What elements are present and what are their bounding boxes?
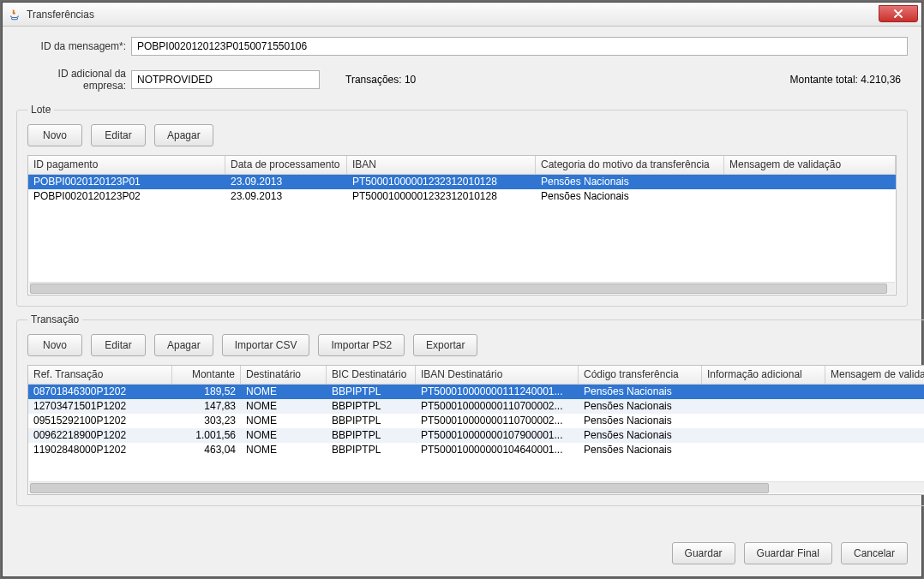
table-cell	[702, 428, 825, 443]
lote-table[interactable]: ID pagamento Data de processamento IBAN …	[27, 155, 897, 295]
lote-apagar-button[interactable]: Apagar	[154, 124, 213, 146]
tx-exportar-button[interactable]: Exportar	[413, 334, 477, 356]
table-cell: PT500010000000107900001...	[416, 428, 579, 443]
table-row[interactable]: 11902848000P1202463,04NOMEBBPIPTPLPT5000…	[28, 443, 924, 457]
transacao-table-head: Ref. Transação Montante Destinatário BIC…	[28, 366, 924, 385]
table-cell	[702, 414, 825, 428]
titlebar: Transferências	[3, 3, 921, 27]
table-cell	[724, 189, 896, 204]
table-cell: 00962218900P1202	[28, 428, 172, 443]
tx-importar-csv-button[interactable]: Importar CSV	[222, 334, 310, 356]
lote-col-categoria[interactable]: Categoria do motivo da transferência	[536, 156, 724, 174]
guardar-final-button[interactable]: Guardar Final	[744, 542, 832, 564]
table-cell: BBPIPTPL	[327, 385, 416, 399]
table-row[interactable]: 08701846300P1202189,52NOMEBBPIPTPLPT5000…	[28, 385, 924, 399]
table-cell: 12703471501P1202	[28, 399, 172, 414]
tx-novo-button[interactable]: Novo	[27, 334, 82, 356]
table-row[interactable]: 00962218900P12021.001,56NOMEBBPIPTPLPT50…	[28, 428, 924, 443]
legend-transacao: Transação	[27, 313, 82, 325]
transacao-table[interactable]: Ref. Transação Montante Destinatário BIC…	[27, 365, 924, 495]
tx-col-montante[interactable]: Montante	[172, 366, 241, 384]
table-cell: NOME	[241, 443, 327, 457]
lote-table-head: ID pagamento Data de processamento IBAN …	[28, 156, 896, 175]
tx-col-iban-dest[interactable]: IBAN Destinatário	[416, 366, 579, 384]
row-id-adicional: ID adicional da empresa: Transações: 10 …	[16, 68, 908, 92]
table-cell: Pensões Nacionais	[536, 189, 724, 204]
input-id-mensagem[interactable]	[131, 37, 908, 56]
lote-hscroll[interactable]	[29, 282, 895, 294]
java-app-icon	[8, 8, 21, 21]
table-cell	[702, 399, 825, 414]
table-cell: POBPI0020120123P01	[28, 175, 225, 189]
table-cell: 08701846300P1202	[28, 385, 172, 399]
transacao-button-row: Novo Editar Apagar Importar CSV Importar…	[27, 334, 924, 356]
tx-col-destinatario[interactable]: Destinatário	[241, 366, 327, 384]
tx-importar-ps2-button[interactable]: Importar PS2	[318, 334, 405, 356]
table-cell: POBPI0020120123P02	[28, 189, 225, 204]
table-cell: BBPIPTPL	[327, 399, 416, 414]
lote-col-id-pagamento[interactable]: ID pagamento	[28, 156, 225, 174]
tx-col-info-adicional[interactable]: Informação adicional	[702, 366, 825, 384]
table-cell: Pensões Nacionais	[536, 175, 724, 189]
dialog-content: ID da mensagem*: ID adicional da empresa…	[3, 27, 921, 576]
table-cell: Pensões Nacionais	[579, 428, 702, 443]
table-cell: PT500010000000110700002...	[416, 399, 579, 414]
table-cell	[825, 443, 924, 457]
tx-col-ref[interactable]: Ref. Transação	[28, 366, 172, 384]
footer-buttons: Guardar Guardar Final Cancelar	[16, 537, 908, 564]
table-cell: 1.001,56	[172, 428, 241, 443]
table-cell: NOME	[241, 414, 327, 428]
label-id-mensagem: ID da mensagem*:	[16, 40, 126, 52]
table-cell: PT500010000000104640001...	[416, 443, 579, 457]
table-cell	[825, 399, 924, 414]
table-row[interactable]: 12703471501P1202147,83NOMEBBPIPTPLPT5000…	[28, 399, 924, 414]
table-cell: Pensões Nacionais	[579, 414, 702, 428]
lote-col-mensagem-validacao[interactable]: Mensagem de validação	[724, 156, 896, 174]
lote-table-body: POBPI0020120123P0123.09.2013PT5000100000…	[28, 175, 896, 204]
cancelar-button[interactable]: Cancelar	[841, 542, 908, 564]
tx-editar-button[interactable]: Editar	[91, 334, 146, 356]
table-cell	[825, 414, 924, 428]
table-cell: 463,04	[172, 443, 241, 457]
tx-col-bic[interactable]: BIC Destinatário	[327, 366, 416, 384]
table-cell: Pensões Nacionais	[579, 399, 702, 414]
lote-col-data-processamento[interactable]: Data de processamento	[225, 156, 347, 174]
table-cell	[724, 175, 896, 189]
tx-apagar-button[interactable]: Apagar	[154, 334, 213, 356]
lote-hscroll-thumb[interactable]	[30, 284, 887, 294]
table-cell: NOME	[241, 399, 327, 414]
table-cell	[825, 385, 924, 399]
lote-editar-button[interactable]: Editar	[91, 124, 146, 146]
table-cell: PT500010000000110700002...	[416, 414, 579, 428]
input-id-adicional[interactable]	[131, 70, 320, 89]
guardar-button[interactable]: Guardar	[672, 542, 735, 564]
table-cell	[702, 385, 825, 399]
table-cell: 147,83	[172, 399, 241, 414]
lote-button-row: Novo Editar Apagar	[27, 124, 897, 146]
table-row[interactable]: 09515292100P1202303,23NOMEBBPIPTPLPT5000…	[28, 414, 924, 428]
tx-hscroll[interactable]	[29, 481, 924, 493]
table-cell: 11902848000P1202	[28, 443, 172, 457]
legend-lote: Lote	[27, 104, 54, 116]
table-row[interactable]: POBPI0020120123P0223.09.2013PT5000100000…	[28, 189, 896, 204]
tx-col-mensagem-valida[interactable]: Mensagem de valida	[825, 366, 924, 384]
table-cell: BBPIPTPL	[327, 414, 416, 428]
table-cell: 23.09.2013	[225, 175, 347, 189]
lote-novo-button[interactable]: Novo	[27, 124, 82, 146]
table-cell: NOME	[241, 428, 327, 443]
table-cell: BBPIPTPL	[327, 428, 416, 443]
group-transacao: Transação Novo Editar Apagar Importar CS…	[16, 313, 924, 506]
dialog-window: Transferências ID da mensagem*: ID adici…	[2, 2, 922, 577]
lote-col-iban[interactable]: IBAN	[347, 156, 536, 174]
close-button[interactable]	[879, 5, 918, 22]
table-cell: Pensões Nacionais	[579, 385, 702, 399]
group-lote: Lote Novo Editar Apagar ID pagamento Dat…	[16, 104, 908, 307]
window-title: Transferências	[27, 9, 879, 21]
table-cell	[702, 443, 825, 457]
label-montante-total: Montante total: 4.210,36	[790, 74, 901, 86]
tx-hscroll-thumb[interactable]	[30, 483, 769, 493]
tx-col-codigo-transf[interactable]: Código transferência	[579, 366, 702, 384]
table-cell: PT50001000001232312010128	[347, 189, 536, 204]
transacao-table-body: 08701846300P1202189,52NOMEBBPIPTPLPT5000…	[28, 385, 924, 457]
table-row[interactable]: POBPI0020120123P0123.09.2013PT5000100000…	[28, 175, 896, 189]
